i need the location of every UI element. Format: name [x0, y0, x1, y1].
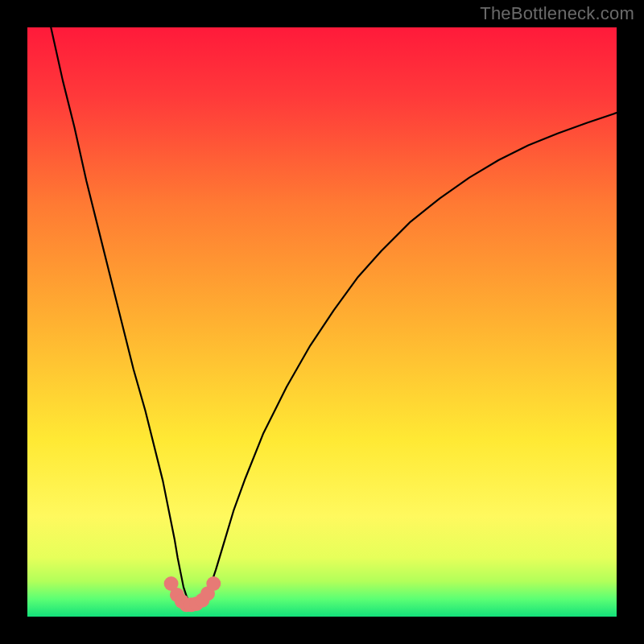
chart-frame: TheBottleneck.com	[0, 0, 644, 644]
plot-area	[27, 27, 617, 617]
chart-svg	[27, 27, 617, 617]
watermark-text: TheBottleneck.com	[480, 3, 634, 24]
gradient-background	[27, 27, 617, 617]
marker-dot	[206, 576, 221, 591]
